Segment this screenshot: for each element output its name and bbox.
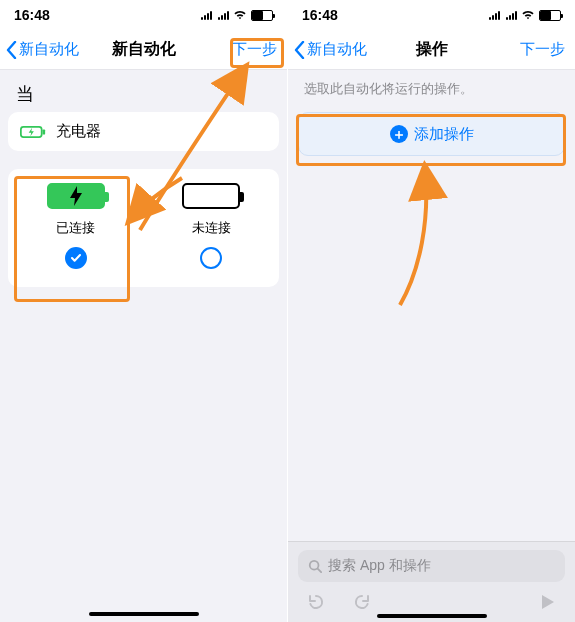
radio-checked-icon bbox=[65, 247, 87, 269]
next-button[interactable]: 下一步 bbox=[232, 40, 277, 59]
status-right bbox=[489, 10, 561, 21]
option-label: 已连接 bbox=[56, 219, 95, 237]
play-icon[interactable] bbox=[537, 592, 557, 612]
back-button[interactable]: 新自动化 bbox=[294, 40, 367, 59]
phone-right: 16:48 新自动化 操作 下一步 选取此自动化将运行的操作。 ＋ 添加操作 搜… bbox=[288, 0, 575, 622]
options-card: 已连接 未连接 bbox=[8, 169, 279, 287]
radio-unchecked-icon bbox=[200, 247, 222, 269]
status-time: 16:48 bbox=[302, 7, 338, 23]
search-placeholder: 搜索 App 和操作 bbox=[328, 557, 431, 575]
battery-disconnected-icon bbox=[182, 183, 240, 209]
svg-line-3 bbox=[318, 569, 322, 573]
bottom-panel: 搜索 App 和操作 bbox=[288, 541, 575, 622]
back-label: 新自动化 bbox=[19, 40, 79, 59]
signal-icon bbox=[489, 10, 500, 20]
search-icon bbox=[308, 559, 322, 573]
back-label: 新自动化 bbox=[307, 40, 367, 59]
subtitle: 选取此自动化将运行的操作。 bbox=[288, 70, 575, 112]
battery-connected-icon bbox=[47, 183, 105, 209]
search-input[interactable]: 搜索 App 和操作 bbox=[298, 550, 565, 582]
option-label: 未连接 bbox=[192, 219, 231, 237]
back-button[interactable]: 新自动化 bbox=[6, 40, 79, 59]
when-label: 当 bbox=[0, 70, 287, 112]
add-action-button[interactable]: ＋ 添加操作 bbox=[298, 112, 565, 156]
add-action-label: 添加操作 bbox=[414, 125, 474, 144]
option-connected[interactable]: 已连接 bbox=[8, 183, 144, 269]
trigger-row-label: 充电器 bbox=[56, 122, 101, 141]
battery-icon bbox=[539, 10, 561, 21]
status-right bbox=[201, 10, 273, 21]
toolbar-row bbox=[298, 592, 565, 612]
page-title: 新自动化 bbox=[112, 39, 176, 60]
signal-icon-2 bbox=[218, 10, 229, 20]
wifi-icon bbox=[521, 10, 535, 20]
signal-icon-2 bbox=[506, 10, 517, 20]
plus-icon: ＋ bbox=[390, 125, 408, 143]
wifi-icon bbox=[233, 10, 247, 20]
home-indicator bbox=[89, 612, 199, 616]
content: 选取此自动化将运行的操作。 ＋ 添加操作 bbox=[288, 70, 575, 156]
next-label: 下一步 bbox=[232, 40, 277, 57]
trigger-row-charger[interactable]: 充电器 bbox=[8, 112, 279, 151]
status-time: 16:48 bbox=[14, 7, 50, 23]
nav-bar: 新自动化 新自动化 下一步 bbox=[0, 30, 287, 70]
undo-icon[interactable] bbox=[306, 592, 326, 612]
battery-icon bbox=[251, 10, 273, 21]
charger-icon bbox=[20, 124, 46, 140]
chevron-left-icon bbox=[294, 41, 305, 59]
option-disconnected[interactable]: 未连接 bbox=[144, 183, 280, 269]
status-bar: 16:48 bbox=[288, 0, 575, 30]
status-bar: 16:48 bbox=[0, 0, 287, 30]
phone-left: 16:48 新自动化 新自动化 下一步 当 充电 bbox=[0, 0, 287, 622]
redo-icon[interactable] bbox=[352, 592, 372, 612]
svg-rect-1 bbox=[43, 129, 46, 134]
home-indicator bbox=[377, 614, 487, 618]
page-title: 操作 bbox=[416, 39, 448, 60]
chevron-left-icon bbox=[6, 41, 17, 59]
content: 当 充电器 已连接 bbox=[0, 70, 287, 287]
next-button[interactable]: 下一步 bbox=[520, 40, 565, 59]
signal-icon bbox=[201, 10, 212, 20]
nav-bar: 新自动化 操作 下一步 bbox=[288, 30, 575, 70]
next-label: 下一步 bbox=[520, 40, 565, 57]
